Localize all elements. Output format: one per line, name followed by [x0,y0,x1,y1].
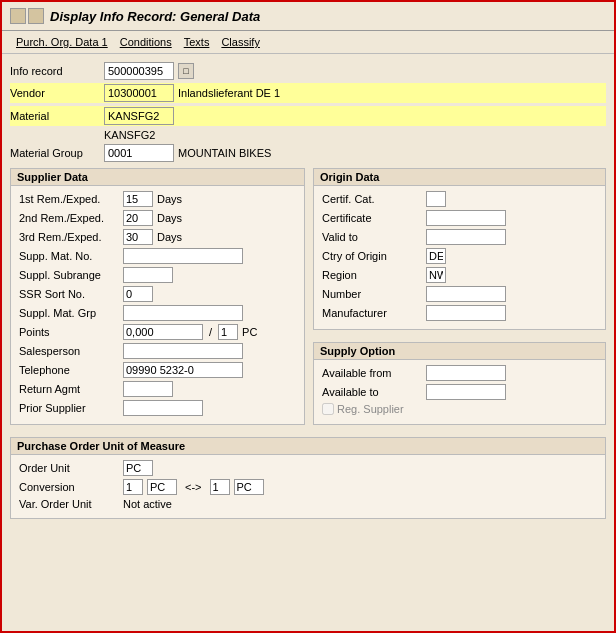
supp-mat-no-input[interactable] [123,248,243,264]
rem2-input[interactable] [123,210,153,226]
title-icons [10,8,44,24]
points-label: Points [19,326,119,338]
manufacturer-input[interactable] [426,305,506,321]
rem2-unit: Days [157,212,182,224]
available-to-row: Available to [322,384,597,400]
supplier-data-title: Supplier Data [11,169,304,186]
material-group-label: Material Group [10,147,100,159]
menu-classify[interactable]: Classify [215,33,266,51]
conv-value1-input[interactable] [123,479,143,495]
manufacturer-label: Manufacturer [322,307,422,319]
supply-option-content: Available from Available to Reg. Supplie… [314,360,605,423]
prior-supplier-label: Prior Supplier [19,402,119,414]
title-bar: Display Info Record: General Data [2,2,614,31]
supp-subrange-label: Suppl. Subrange [19,269,119,281]
points-input[interactable] [123,324,203,340]
ctry-origin-row: Ctry of Origin [322,248,597,264]
order-unit-input[interactable] [123,460,153,476]
var-order-unit-row: Var. Order Unit Not active [19,498,597,510]
salesperson-label: Salesperson [19,345,119,357]
supplier-data-section: Supplier Data 1st Rem./Exped. Days 2nd R… [10,168,305,425]
rem1-label: 1st Rem./Exped. [19,193,119,205]
two-col-sections: Supplier Data 1st Rem./Exped. Days 2nd R… [10,168,606,431]
purchase-order-content: Order Unit Conversion <-> Var. Order Uni… [11,455,605,518]
info-record-addon-icon[interactable]: □ [178,63,194,79]
vendor-name: Inlandslieferant DE 1 [178,87,280,99]
points-divisor-input[interactable] [218,324,238,340]
origin-data-title: Origin Data [314,169,605,186]
material-desc: KANSFG2 [104,129,155,141]
ssr-sort-input[interactable] [123,286,153,302]
material-input[interactable] [104,107,174,125]
menu-purch-org[interactable]: Purch. Org. Data 1 [10,33,114,51]
app-icon2 [28,8,44,24]
return-agmt-label: Return Agmt [19,383,119,395]
return-agmt-input[interactable] [123,381,173,397]
conversion-row: Conversion <-> [19,479,597,495]
certif-cat-input[interactable] [426,191,446,207]
supply-option-title: Supply Option [314,343,605,360]
reg-supplier-checkbox[interactable] [322,403,334,415]
available-from-label: Available from [322,367,422,379]
certif-cat-row: Certif. Cat. [322,191,597,207]
conv-value2-input[interactable] [210,479,230,495]
menu-conditions[interactable]: Conditions [114,33,178,51]
conv-unit2-input[interactable] [234,479,264,495]
vendor-label: Vendor [10,87,100,99]
supp-subrange-input[interactable] [123,267,173,283]
valid-to-input[interactable] [426,229,506,245]
rem2-label: 2nd Rem./Exped. [19,212,119,224]
number-row: Number [322,286,597,302]
certificate-input[interactable] [426,210,506,226]
number-label: Number [322,288,422,300]
available-from-input[interactable] [426,365,506,381]
menu-texts[interactable]: Texts [178,33,216,51]
material-label: Material [10,110,100,122]
origin-data-content: Certif. Cat. Certificate Valid to C [314,186,605,329]
manufacturer-row: Manufacturer [322,305,597,321]
region-row: Region [322,267,597,283]
info-record-input[interactable] [104,62,174,80]
salesperson-row: Salesperson [19,343,296,359]
certificate-row: Certificate [322,210,597,226]
number-input[interactable] [426,286,506,302]
supp-mat-grp-input[interactable] [123,305,243,321]
conversion-label: Conversion [19,481,119,493]
ctry-origin-input[interactable] [426,248,446,264]
certif-cat-label: Certif. Cat. [322,193,422,205]
material-group-input[interactable] [104,144,174,162]
order-unit-label: Order Unit [19,462,119,474]
valid-to-row: Valid to [322,229,597,245]
ctry-origin-label: Ctry of Origin [322,250,422,262]
available-from-row: Available from [322,365,597,381]
reg-supplier-label: Reg. Supplier [337,403,404,415]
points-unit: PC [242,326,257,338]
available-to-label: Available to [322,386,422,398]
vendor-input[interactable] [104,84,174,102]
supplier-data-content: 1st Rem./Exped. Days 2nd Rem./Exped. Day… [11,186,304,424]
valid-to-label: Valid to [322,231,422,243]
available-to-input[interactable] [426,384,506,400]
rem1-input[interactable] [123,191,153,207]
supp-subrange-row: Suppl. Subrange [19,267,296,283]
telephone-input[interactable] [123,362,243,378]
material-group-name: MOUNTAIN BIKES [178,147,271,159]
rem3-input[interactable] [123,229,153,245]
region-input[interactable] [426,267,446,283]
purchase-order-title: Purchase Order Unit of Measure [11,438,605,455]
prior-supplier-row: Prior Supplier [19,400,296,416]
prior-supplier-input[interactable] [123,400,203,416]
points-row: Points / PC [19,324,296,340]
salesperson-input[interactable] [123,343,243,359]
order-unit-row: Order Unit [19,460,597,476]
window-title: Display Info Record: General Data [50,9,260,24]
region-label: Region [322,269,422,281]
material-row: Material [10,106,606,126]
right-column: Origin Data Certif. Cat. Certificate Val… [313,168,606,431]
main-window: Display Info Record: General Data Purch.… [0,0,616,633]
rem3-unit: Days [157,231,182,243]
conv-unit1-input[interactable] [147,479,177,495]
rem2-row: 2nd Rem./Exped. Days [19,210,296,226]
app-icon [10,8,26,24]
material-group-row: Material Group MOUNTAIN BIKES [10,144,606,162]
